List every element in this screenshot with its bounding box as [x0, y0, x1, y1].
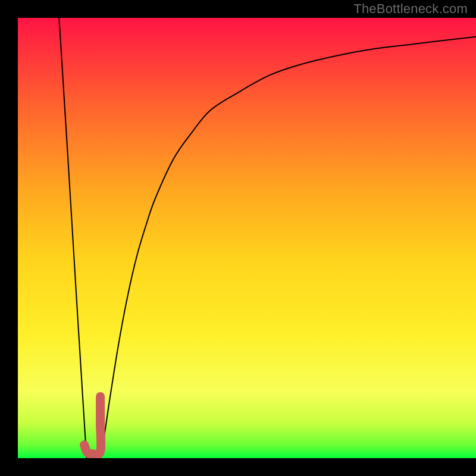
plot-svg — [18, 18, 476, 458]
gradient-background — [18, 18, 476, 458]
plot-area — [18, 18, 476, 458]
chart-frame: TheBottleneck.com — [0, 0, 476, 476]
watermark-text: TheBottleneck.com — [353, 1, 468, 17]
